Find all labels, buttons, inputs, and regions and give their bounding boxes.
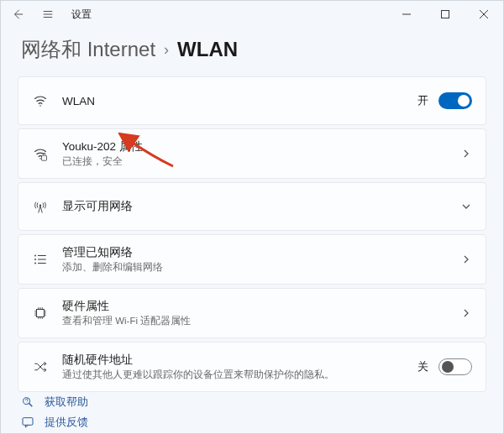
current-network-row[interactable]: Youku-202 属性 已连接，安全 [18,128,486,179]
svg-rect-11 [23,418,33,426]
chevron-right-icon [460,254,472,265]
wlan-toggle-row[interactable]: WLAN 开 [18,76,486,125]
svg-point-5 [34,255,36,257]
hardware-row[interactable]: 硬件属性 查看和管理 Wi-Fi 适配器属性 [18,288,486,338]
hardware-subtitle: 查看和管理 Wi-Fi 适配器属性 [62,315,447,327]
svg-rect-0 [442,11,449,18]
random-mac-title: 随机硬件地址 [62,353,404,368]
hardware-title: 硬件属性 [62,299,447,314]
breadcrumb-parent[interactable]: 网络和 Internet [21,36,155,63]
show-networks-title: 显示可用网络 [62,199,447,214]
close-icon [480,10,488,18]
svg-point-10 [27,402,28,403]
random-mac-row[interactable]: 随机硬件地址 通过使其他人更难以跟踪你的设备位置来帮助保护你的隐私。 关 [18,342,486,392]
known-networks-subtitle: 添加、删除和编辑网络 [62,261,447,274]
minimize-icon [402,10,411,18]
nav-menu-button[interactable] [38,4,58,24]
maximize-button[interactable] [426,1,465,28]
titlebar: 设置 [1,1,503,28]
svg-point-7 [34,263,36,264]
help-link[interactable]: 获取帮助 [21,395,483,410]
chevron-down-icon [460,201,472,212]
breadcrumb-separator-icon: › [164,41,169,59]
breadcrumb: 网络和 Internet › WLAN [1,28,503,76]
close-button[interactable] [465,1,503,28]
chip-icon [32,305,49,322]
known-networks-title: 管理已知网络 [62,245,447,260]
random-mac-toggle[interactable] [438,358,472,375]
random-mac-subtitle: 通过使其他人更难以跟踪你的设备位置来帮助保护你的隐私。 [62,369,404,381]
svg-rect-3 [42,155,47,160]
svg-point-6 [34,259,36,260]
arrow-left-icon [12,8,24,20]
chevron-right-icon [460,148,472,159]
wlan-state-label: 开 [417,93,428,108]
svg-rect-8 [37,310,45,317]
feedback-link[interactable]: 提供反馈 [21,415,483,430]
show-networks-row[interactable]: 显示可用网络 [18,182,486,231]
wifi-icon [32,92,49,109]
wifi-connected-icon [32,145,49,162]
random-mac-state-label: 关 [417,359,428,374]
known-networks-row[interactable]: 管理已知网络 添加、删除和编辑网络 [18,234,486,285]
breadcrumb-current: WLAN [177,38,238,61]
svg-point-1 [39,105,41,107]
app-title: 设置 [71,8,92,22]
settings-list: WLAN 开 Youku-202 属性 已连接，安全 显示可用网络 [1,76,503,392]
hamburger-icon [42,8,54,20]
footer: 获取帮助 提供反馈 [1,395,503,433]
minimize-button[interactable] [387,1,426,28]
chevron-right-icon [460,307,472,319]
wlan-title: WLAN [62,95,404,107]
shuffle-icon [32,358,49,375]
antenna-icon [32,198,49,215]
maximize-icon [441,10,449,18]
svg-point-2 [39,158,41,159]
help-icon [21,395,34,409]
wlan-toggle[interactable] [438,92,472,109]
feedback-label: 提供反馈 [45,415,88,430]
help-label: 获取帮助 [45,395,88,410]
current-network-title: Youku-202 属性 [62,139,447,154]
current-network-subtitle: 已连接，安全 [62,155,447,168]
feedback-icon [21,416,34,429]
list-icon [32,251,49,268]
back-button[interactable] [8,4,28,24]
